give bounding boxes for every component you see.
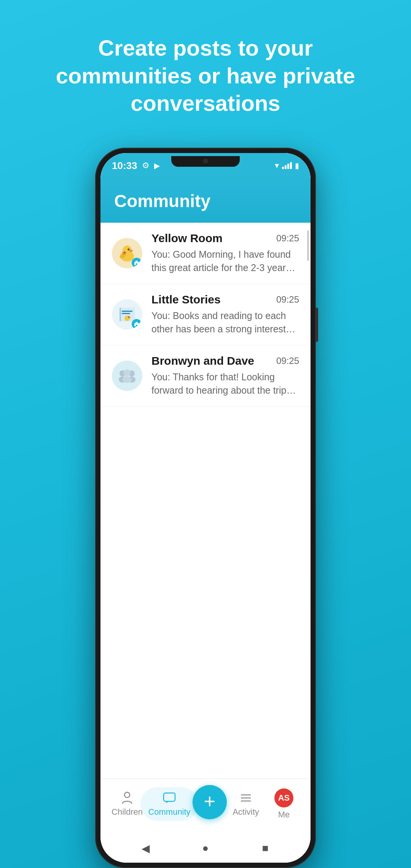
- home-badge-stories: [132, 319, 142, 329]
- back-icon: ◀: [142, 842, 150, 855]
- bottom-nav: Children Community: [100, 779, 311, 837]
- chat-item-little-stories[interactable]: Little Stories 09:25 You: Books and read…: [100, 284, 311, 345]
- chat-preview: You: Good Morning, I have found this gre…: [151, 248, 299, 274]
- svg-point-3: [129, 249, 129, 249]
- scroll-bar[interactable]: [307, 230, 309, 261]
- chat-item-yellow-room[interactable]: Yellow Room 09:25 You: Good Morning, I h…: [100, 223, 311, 284]
- svg-point-14: [128, 316, 129, 317]
- phone-screen: 10:33 ⚙ ▶ ▾ ▮: [100, 153, 311, 863]
- app-header: Community: [100, 176, 311, 223]
- nav-item-me[interactable]: AS Me: [265, 788, 303, 820]
- fab-plus-icon: +: [204, 791, 215, 811]
- nav-label-activity: Activity: [233, 807, 259, 817]
- svg-rect-23: [164, 793, 175, 801]
- back-button[interactable]: ◀: [139, 841, 153, 855]
- hero-title: Create posts to your communities or have…: [0, 34, 411, 117]
- avatar-little-stories: [112, 299, 142, 330]
- system-nav: ◀ ● ■: [100, 837, 311, 863]
- svg-rect-10: [122, 313, 130, 314]
- avatar-bronwyn: [112, 361, 142, 391]
- chat-preview-stories: You: Books and reading to each other has…: [151, 309, 299, 336]
- status-right-icons: ▾ ▮: [275, 161, 299, 171]
- svg-point-22: [124, 792, 130, 798]
- me-avatar: AS: [274, 788, 293, 807]
- chat-name-stories: Little Stories: [151, 293, 221, 306]
- status-time: 10:33: [112, 160, 137, 172]
- recent-button[interactable]: ■: [258, 841, 272, 855]
- gear-icon: ⚙: [142, 161, 150, 171]
- child-icon: [120, 791, 134, 805]
- nav-label-me: Me: [278, 810, 290, 820]
- activity-icon: [239, 791, 253, 805]
- nav-active-bg: Community: [140, 787, 198, 821]
- avatar-yellow-room: [112, 238, 142, 268]
- nav-item-community[interactable]: Community: [146, 787, 193, 821]
- svg-point-21: [123, 376, 132, 383]
- recent-icon: ■: [262, 842, 269, 854]
- svg-point-7: [124, 252, 126, 253]
- svg-point-20: [124, 369, 131, 376]
- svg-rect-9: [122, 311, 132, 312]
- community-title: Community: [114, 191, 210, 211]
- nav-item-activity[interactable]: Activity: [227, 791, 265, 817]
- chat-top-row-bronwyn: Bronwyn and Dave 09:25: [151, 354, 299, 367]
- phone-frame: 10:33 ⚙ ▶ ▾ ▮: [95, 148, 316, 868]
- chat-top-row-stories: Little Stories 09:25: [151, 293, 299, 306]
- chat-content-bronwyn: Bronwyn and Dave 09:25 You: Thanks for t…: [151, 354, 299, 397]
- chat-content-little-stories: Little Stories 09:25 You: Books and read…: [151, 293, 299, 336]
- home-badge: [132, 258, 142, 268]
- chat-name-bronwyn: Bronwyn and Dave: [151, 354, 254, 367]
- phone-camera: [203, 158, 208, 164]
- chat-name: Yellow Room: [151, 232, 223, 245]
- fab-button[interactable]: +: [193, 785, 227, 819]
- chat-top-row: Yellow Room 09:25: [151, 232, 299, 245]
- chat-content-yellow-room: Yellow Room 09:25 You: Good Morning, I h…: [151, 232, 299, 274]
- phone-side-button: [315, 308, 318, 342]
- svg-rect-15: [119, 308, 121, 321]
- wifi-icon: ▾: [275, 161, 279, 171]
- shield-icon: ▶: [154, 161, 160, 170]
- chat-preview-bronwyn: You: Thanks for that! Looking forward to…: [151, 370, 299, 397]
- chat-time-stories: 09:25: [276, 294, 299, 305]
- svg-point-2: [128, 248, 130, 250]
- chat-icon: [162, 791, 176, 805]
- chat-item-bronwyn[interactable]: Bronwyn and Dave 09:25 You: Thanks for t…: [100, 345, 311, 407]
- nav-label-community: Community: [148, 807, 190, 817]
- battery-icon: ▮: [295, 161, 299, 170]
- home-button[interactable]: ●: [199, 841, 212, 855]
- content-area: Yellow Room 09:25 You: Good Morning, I h…: [100, 223, 311, 779]
- svg-point-6: [122, 251, 126, 255]
- signal-icon: [282, 162, 292, 169]
- app-screen: 10:33 ⚙ ▶ ▾ ▮: [100, 153, 311, 863]
- phone-mockup: 10:33 ⚙ ▶ ▾ ▮: [95, 148, 316, 868]
- chat-time-bronwyn: 09:25: [276, 356, 299, 366]
- nav-label-children: Children: [112, 807, 143, 817]
- chat-time: 09:25: [276, 233, 299, 244]
- home-icon: ●: [202, 842, 209, 854]
